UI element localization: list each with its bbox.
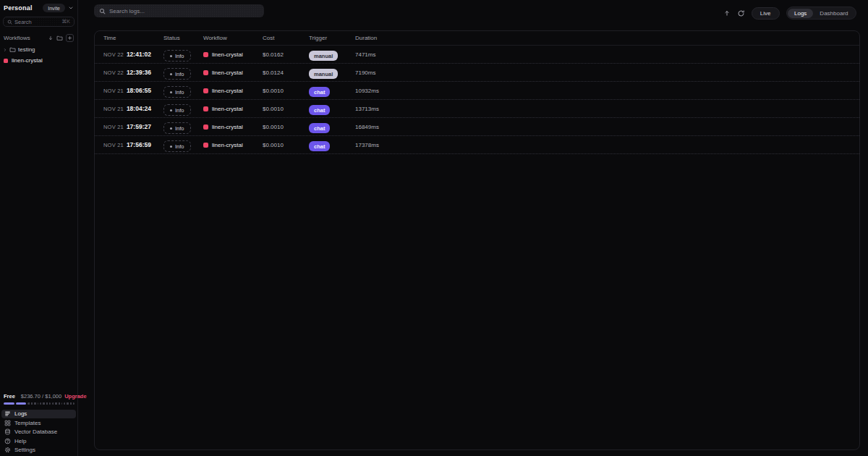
status-dot-icon xyxy=(170,55,172,57)
help-icon xyxy=(4,438,11,444)
refresh-button[interactable] xyxy=(737,9,745,17)
usage-progress-segment xyxy=(64,402,75,405)
table-row[interactable]: NOV 21 17:59:27 Info linen-crystal $0.00… xyxy=(95,118,859,136)
status-badge: Info xyxy=(163,86,191,98)
status-cell: Info xyxy=(163,138,203,153)
duration-cell: 13713ms xyxy=(355,106,859,112)
trigger-badge: chat xyxy=(309,123,330,133)
status-badge: Info xyxy=(163,122,191,134)
live-button[interactable]: Live xyxy=(752,7,780,20)
column-header-duration: Duration xyxy=(355,35,859,41)
sidebar: Personal Invite Search ⌘K Workflows xyxy=(0,0,78,456)
status-cell: Info xyxy=(163,65,203,80)
workflow-color-icon xyxy=(203,124,208,130)
row-time: 17:56:59 xyxy=(127,141,151,148)
trigger-cell: manual xyxy=(309,66,355,80)
status-dot-icon xyxy=(170,127,172,130)
status-badge: Info xyxy=(163,140,191,152)
table-header: TimeStatusWorkflowCostTriggerDuration xyxy=(95,31,859,46)
usage-progress-segment xyxy=(16,402,27,405)
workflow-name: linen-crystal xyxy=(212,88,243,94)
sidebar-folder-testing[interactable]: testing xyxy=(0,44,77,55)
workflow-color-icon xyxy=(203,143,208,148)
workflow-name: linen-crystal xyxy=(212,51,243,58)
table-row[interactable]: NOV 22 12:39:36 Info linen-crystal $0.01… xyxy=(95,64,859,82)
sidebar-search[interactable]: Search ⌘K xyxy=(3,17,75,27)
import-icon[interactable] xyxy=(48,35,54,41)
column-header-cost: Cost xyxy=(263,35,309,41)
usage-amount: $236.70 / $1,000 xyxy=(21,393,61,400)
sidebar-spacer xyxy=(0,66,77,393)
status-dot-icon xyxy=(170,73,172,75)
time-cell: NOV 21 17:59:27 xyxy=(103,123,163,130)
sidebar-workflow-linen-crystal[interactable]: linen-crystal xyxy=(0,55,77,66)
status-cell: Info xyxy=(163,47,203,62)
workflow-label: linen-crystal xyxy=(12,57,43,64)
table-row[interactable]: NOV 21 18:04:24 Info linen-crystal $0.00… xyxy=(95,100,859,118)
invite-button[interactable]: Invite xyxy=(43,4,65,12)
logs-search-input[interactable]: Search logs... xyxy=(94,4,264,17)
sidebar-item-settings[interactable]: Settings xyxy=(1,446,76,455)
sidebar-item-help[interactable]: Help xyxy=(1,436,76,445)
column-header-workflow: Workflow xyxy=(203,35,263,41)
time-cell: NOV 21 18:04:24 xyxy=(103,105,163,112)
row-time: 17:59:27 xyxy=(127,123,151,130)
workflow-name: linen-crystal xyxy=(212,106,243,112)
export-up-button[interactable] xyxy=(723,9,731,17)
chevron-right-icon xyxy=(3,48,7,52)
workflow-cell: linen-crystal xyxy=(203,51,263,58)
trigger-cell: manual xyxy=(309,48,355,62)
status-label: Info xyxy=(175,53,184,59)
duration-cell: 17378ms xyxy=(355,142,859,148)
trigger-cell: chat xyxy=(309,102,355,116)
status-dot-icon xyxy=(170,109,172,111)
status-badge: Info xyxy=(163,104,191,116)
column-header-trigger: Trigger xyxy=(309,35,355,41)
workflow-cell: linen-crystal xyxy=(203,124,263,130)
sidebar-item-label: Vector Database xyxy=(14,428,57,435)
trigger-badge: manual xyxy=(309,51,338,61)
usage-section: Free $236.70 / $1,000 Upgrade xyxy=(0,393,77,410)
usage-progress-segment xyxy=(27,402,38,405)
status-label: Info xyxy=(175,71,184,77)
search-icon xyxy=(99,8,106,14)
view-switch-dashboard[interactable]: Dashboard xyxy=(813,9,854,18)
trigger-cell: chat xyxy=(309,84,355,98)
sidebar-item-logs[interactable]: Logs xyxy=(1,410,76,418)
table-row[interactable]: NOV 21 18:06:55 Info linen-crystal $0.00… xyxy=(95,82,859,100)
row-date: NOV 21 xyxy=(103,124,124,130)
trigger-cell: chat xyxy=(309,120,355,134)
sidebar-search-label: Search xyxy=(14,19,59,25)
workspace-name: Personal xyxy=(4,4,40,12)
logs-panel: TimeStatusWorkflowCostTriggerDuration NO… xyxy=(94,30,860,450)
plan-badge: Free xyxy=(4,393,15,400)
status-label: Info xyxy=(175,143,184,150)
add-workflow-button[interactable] xyxy=(66,34,74,42)
table-row[interactable]: NOV 22 12:41:02 Info linen-crystal $0.01… xyxy=(95,46,859,64)
sidebar-item-templates[interactable]: Templates xyxy=(1,418,76,427)
column-header-time: Time xyxy=(103,35,163,41)
new-folder-icon[interactable] xyxy=(56,35,63,41)
workflow-color-icon xyxy=(203,106,208,111)
duration-cell: 7190ms xyxy=(355,69,859,76)
view-switch-logs[interactable]: Logs xyxy=(788,9,813,18)
logs-search-placeholder: Search logs... xyxy=(109,8,145,14)
row-time: 18:04:24 xyxy=(127,105,151,112)
sidebar-item-vector-database[interactable]: Vector Database xyxy=(1,428,76,436)
upgrade-link[interactable]: Upgrade xyxy=(64,393,86,400)
workflow-cell: linen-crystal xyxy=(203,69,263,76)
usage-progress-segment xyxy=(40,402,51,405)
column-header-status: Status xyxy=(163,35,203,41)
status-cell: Info xyxy=(163,119,203,135)
workflow-cell: linen-crystal xyxy=(203,106,263,112)
table-row[interactable]: NOV 21 17:56:59 Info linen-crystal $0.00… xyxy=(95,136,859,154)
chevron-down-icon[interactable] xyxy=(68,5,74,11)
row-time: 12:41:02 xyxy=(127,51,151,58)
row-date: NOV 22 xyxy=(103,51,124,58)
trigger-badge: chat xyxy=(309,141,330,151)
usage-progress-segment xyxy=(4,402,14,405)
status-label: Info xyxy=(175,107,184,114)
logs-icon xyxy=(4,410,11,417)
workflows-header: Workflows xyxy=(0,34,77,44)
vector-database-icon xyxy=(4,428,11,435)
